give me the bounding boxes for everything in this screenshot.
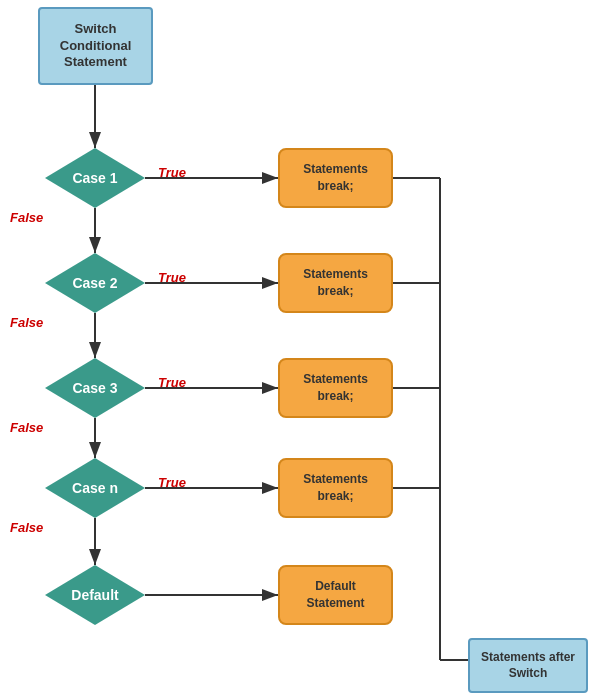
case1-stmt: Statements break; xyxy=(278,148,393,208)
default-stmt: Default Statement xyxy=(278,565,393,625)
case2-diamond: Case 2 xyxy=(45,253,145,313)
case3-stmt-text: Statements break; xyxy=(303,371,368,405)
case2-true-label: True xyxy=(158,270,186,285)
case2-stmt-text: Statements break; xyxy=(303,266,368,300)
start-box: Switch Conditional Statement xyxy=(38,7,153,85)
case1-false-label: False xyxy=(10,210,43,225)
casen-false-label: False xyxy=(10,520,43,535)
default-diamond: Default xyxy=(45,565,145,625)
casen-label: Case n xyxy=(72,480,118,496)
flowchart: Switch Conditional Statement Case 1 True… xyxy=(0,0,600,700)
casen-diamond: Case n xyxy=(45,458,145,518)
start-label: Switch Conditional Statement xyxy=(40,21,151,72)
case3-stmt: Statements break; xyxy=(278,358,393,418)
case1-label: Case 1 xyxy=(72,170,117,186)
case2-label: Case 2 xyxy=(72,275,117,291)
case1-diamond: Case 1 xyxy=(45,148,145,208)
casen-true-label: True xyxy=(158,475,186,490)
case1-stmt-text: Statements break; xyxy=(303,161,368,195)
end-box: Statements after Switch xyxy=(468,638,588,693)
case3-true-label: True xyxy=(158,375,186,390)
default-stmt-text: Default Statement xyxy=(306,578,364,612)
default-label: Default xyxy=(71,587,118,603)
case2-stmt: Statements break; xyxy=(278,253,393,313)
case3-false-label: False xyxy=(10,420,43,435)
case1-true-label: True xyxy=(158,165,186,180)
case3-label: Case 3 xyxy=(72,380,117,396)
case2-false-label: False xyxy=(10,315,43,330)
casen-stmt-text: Statements break; xyxy=(303,471,368,505)
casen-stmt: Statements break; xyxy=(278,458,393,518)
case3-diamond: Case 3 xyxy=(45,358,145,418)
end-label: Statements after Switch xyxy=(470,650,586,681)
